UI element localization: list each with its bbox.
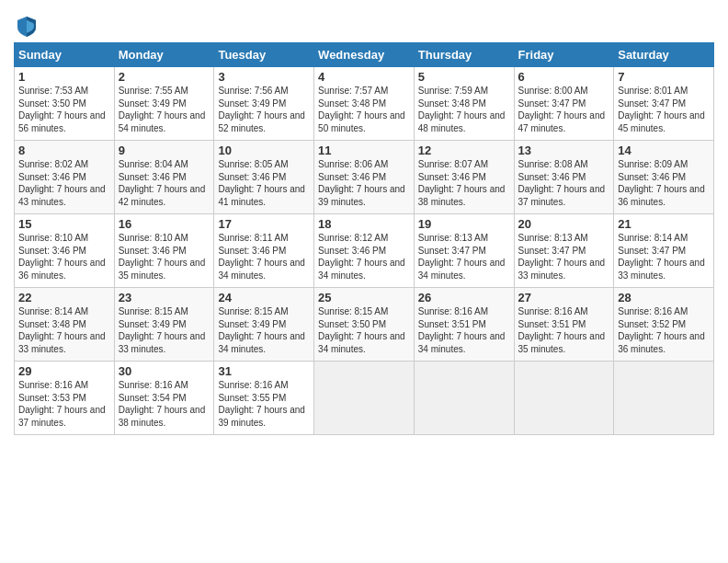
calendar-cell: 16Sunrise: 8:10 AMSunset: 3:46 PMDayligh… <box>114 214 214 288</box>
day-number: 11 <box>318 144 410 157</box>
week-row-2: 8Sunrise: 8:02 AMSunset: 3:46 PMDaylight… <box>15 141 714 214</box>
day-header-monday: Monday <box>114 43 214 67</box>
calendar-cell: 20Sunrise: 8:13 AMSunset: 3:47 PMDayligh… <box>514 214 614 288</box>
calendar-cell: 8Sunrise: 8:02 AMSunset: 3:46 PMDaylight… <box>15 141 115 214</box>
calendar-cell: 7Sunrise: 8:01 AMSunset: 3:47 PMDaylight… <box>614 67 714 141</box>
header-row: SundayMondayTuesdayWednesdayThursdayFrid… <box>15 43 714 67</box>
day-info: Sunrise: 8:14 AMSunset: 3:48 PMDaylight:… <box>18 305 110 355</box>
day-number: 8 <box>18 144 110 157</box>
calendar-cell: 1Sunrise: 7:53 AMSunset: 3:50 PMDaylight… <box>15 67 115 141</box>
calendar-cell: 19Sunrise: 8:13 AMSunset: 3:47 PMDayligh… <box>414 214 514 288</box>
day-number: 23 <box>119 291 210 304</box>
calendar-cell <box>614 362 714 435</box>
calendar-cell: 23Sunrise: 8:15 AMSunset: 3:49 PMDayligh… <box>114 288 214 362</box>
calendar-cell <box>414 362 514 435</box>
day-info: Sunrise: 8:06 AMSunset: 3:46 PMDaylight:… <box>318 158 410 208</box>
day-info: Sunrise: 8:07 AMSunset: 3:46 PMDaylight:… <box>418 158 510 208</box>
calendar-cell <box>514 362 614 435</box>
day-info: Sunrise: 8:16 AMSunset: 3:54 PMDaylight:… <box>119 379 210 429</box>
day-info: Sunrise: 8:15 AMSunset: 3:49 PMDaylight:… <box>119 305 210 355</box>
day-info: Sunrise: 8:16 AMSunset: 3:53 PMDaylight:… <box>18 379 110 429</box>
day-info: Sunrise: 8:12 AMSunset: 3:46 PMDaylight:… <box>318 232 410 282</box>
day-number: 3 <box>218 70 310 84</box>
day-info: Sunrise: 8:08 AMSunset: 3:46 PMDaylight:… <box>518 158 610 208</box>
day-info: Sunrise: 8:13 AMSunset: 3:47 PMDaylight:… <box>418 232 510 282</box>
day-number: 31 <box>218 364 310 378</box>
day-info: Sunrise: 8:09 AMSunset: 3:46 PMDaylight:… <box>618 158 710 208</box>
day-number: 15 <box>18 217 110 231</box>
calendar-cell: 25Sunrise: 8:15 AMSunset: 3:50 PMDayligh… <box>314 288 415 362</box>
calendar-cell: 17Sunrise: 8:11 AMSunset: 3:46 PMDayligh… <box>214 214 314 288</box>
day-header-sunday: Sunday <box>15 43 115 67</box>
header <box>14 9 714 39</box>
calendar-cell: 21Sunrise: 8:14 AMSunset: 3:47 PMDayligh… <box>614 214 714 288</box>
day-number: 12 <box>418 144 510 157</box>
day-header-tuesday: Tuesday <box>214 43 314 67</box>
day-number: 5 <box>418 70 510 84</box>
day-number: 27 <box>518 291 610 304</box>
day-info: Sunrise: 8:16 AMSunset: 3:51 PMDaylight:… <box>418 305 510 355</box>
day-header-thursday: Thursday <box>414 43 514 67</box>
day-number: 1 <box>18 70 110 84</box>
day-number: 19 <box>418 217 510 231</box>
day-info: Sunrise: 8:10 AMSunset: 3:46 PMDaylight:… <box>18 232 110 282</box>
day-header-saturday: Saturday <box>614 43 714 67</box>
day-info: Sunrise: 7:55 AMSunset: 3:49 PMDaylight:… <box>119 85 210 134</box>
day-number: 7 <box>618 70 710 84</box>
day-number: 14 <box>618 144 710 157</box>
calendar-cell: 22Sunrise: 8:14 AMSunset: 3:48 PMDayligh… <box>15 288 115 362</box>
calendar-container: SundayMondayTuesdayWednesdayThursdayFrid… <box>0 0 728 440</box>
day-number: 25 <box>318 291 410 304</box>
day-number: 26 <box>418 291 510 304</box>
day-info: Sunrise: 8:13 AMSunset: 3:47 PMDaylight:… <box>518 232 610 282</box>
calendar-cell: 5Sunrise: 7:59 AMSunset: 3:48 PMDaylight… <box>414 67 514 141</box>
day-number: 6 <box>518 70 610 84</box>
day-info: Sunrise: 8:14 AMSunset: 3:47 PMDaylight:… <box>618 232 710 282</box>
calendar-cell: 27Sunrise: 8:16 AMSunset: 3:51 PMDayligh… <box>514 288 614 362</box>
day-number: 4 <box>318 70 410 84</box>
calendar-cell: 14Sunrise: 8:09 AMSunset: 3:46 PMDayligh… <box>614 141 714 214</box>
day-info: Sunrise: 8:15 AMSunset: 3:49 PMDaylight:… <box>218 305 310 355</box>
day-info: Sunrise: 8:11 AMSunset: 3:46 PMDaylight:… <box>218 232 310 282</box>
calendar-cell: 15Sunrise: 8:10 AMSunset: 3:46 PMDayligh… <box>15 214 115 288</box>
day-number: 28 <box>618 291 710 304</box>
logo <box>14 13 43 39</box>
day-info: Sunrise: 7:59 AMSunset: 3:48 PMDaylight:… <box>418 85 510 134</box>
calendar-cell: 3Sunrise: 7:56 AMSunset: 3:49 PMDaylight… <box>214 67 314 141</box>
day-info: Sunrise: 7:56 AMSunset: 3:49 PMDaylight:… <box>218 85 310 134</box>
day-info: Sunrise: 7:57 AMSunset: 3:48 PMDaylight:… <box>318 85 410 134</box>
day-number: 2 <box>119 70 210 84</box>
day-number: 24 <box>218 291 310 304</box>
calendar-table: SundayMondayTuesdayWednesdayThursdayFrid… <box>14 42 714 435</box>
day-number: 22 <box>18 291 110 304</box>
day-number: 18 <box>318 217 410 231</box>
day-number: 13 <box>518 144 610 157</box>
day-info: Sunrise: 8:16 AMSunset: 3:51 PMDaylight:… <box>518 305 610 355</box>
day-info: Sunrise: 8:01 AMSunset: 3:47 PMDaylight:… <box>618 85 710 134</box>
calendar-cell: 30Sunrise: 8:16 AMSunset: 3:54 PMDayligh… <box>114 362 214 435</box>
day-info: Sunrise: 8:02 AMSunset: 3:46 PMDaylight:… <box>18 158 110 208</box>
week-row-3: 15Sunrise: 8:10 AMSunset: 3:46 PMDayligh… <box>15 214 714 288</box>
calendar-cell: 31Sunrise: 8:16 AMSunset: 3:55 PMDayligh… <box>214 362 314 435</box>
day-info: Sunrise: 8:16 AMSunset: 3:52 PMDaylight:… <box>618 305 710 355</box>
calendar-cell: 4Sunrise: 7:57 AMSunset: 3:48 PMDaylight… <box>314 67 415 141</box>
calendar-cell: 28Sunrise: 8:16 AMSunset: 3:52 PMDayligh… <box>614 288 714 362</box>
calendar-cell: 11Sunrise: 8:06 AMSunset: 3:46 PMDayligh… <box>314 141 415 214</box>
calendar-cell: 29Sunrise: 8:16 AMSunset: 3:53 PMDayligh… <box>15 362 115 435</box>
day-header-wednesday: Wednesday <box>314 43 415 67</box>
logo-icon <box>14 13 40 39</box>
day-info: Sunrise: 8:05 AMSunset: 3:46 PMDaylight:… <box>218 158 310 208</box>
day-info: Sunrise: 8:10 AMSunset: 3:46 PMDaylight:… <box>119 232 210 282</box>
week-row-5: 29Sunrise: 8:16 AMSunset: 3:53 PMDayligh… <box>15 362 714 435</box>
calendar-cell: 13Sunrise: 8:08 AMSunset: 3:46 PMDayligh… <box>514 141 614 214</box>
day-info: Sunrise: 7:53 AMSunset: 3:50 PMDaylight:… <box>18 85 110 134</box>
day-info: Sunrise: 8:16 AMSunset: 3:55 PMDaylight:… <box>218 379 310 429</box>
calendar-cell: 12Sunrise: 8:07 AMSunset: 3:46 PMDayligh… <box>414 141 514 214</box>
day-number: 9 <box>119 144 210 157</box>
week-row-4: 22Sunrise: 8:14 AMSunset: 3:48 PMDayligh… <box>15 288 714 362</box>
day-number: 20 <box>518 217 610 231</box>
calendar-cell: 9Sunrise: 8:04 AMSunset: 3:46 PMDaylight… <box>114 141 214 214</box>
calendar-cell: 26Sunrise: 8:16 AMSunset: 3:51 PMDayligh… <box>414 288 514 362</box>
day-number: 17 <box>218 217 310 231</box>
calendar-cell: 2Sunrise: 7:55 AMSunset: 3:49 PMDaylight… <box>114 67 214 141</box>
